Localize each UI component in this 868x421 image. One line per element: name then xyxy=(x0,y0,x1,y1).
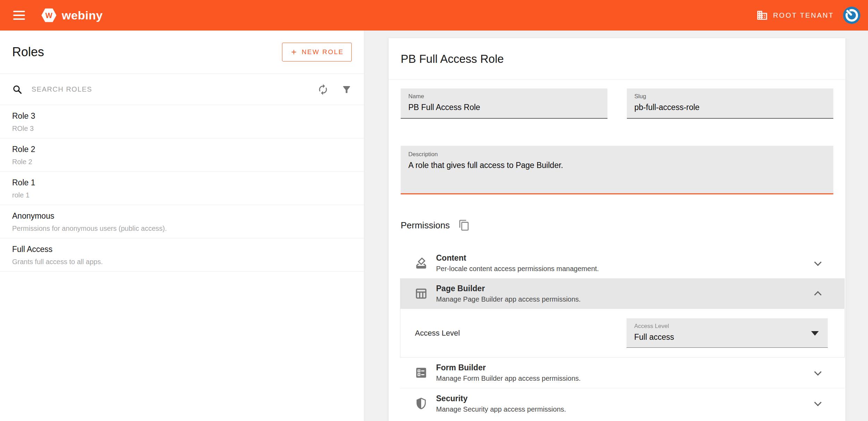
role-name: Anonymous xyxy=(12,211,352,221)
chevron-down-icon[interactable] xyxy=(814,259,822,266)
refresh-icon xyxy=(317,84,329,95)
hamburger-menu-icon[interactable] xyxy=(13,11,25,20)
accordion-description: Manage Form Builder app access permissio… xyxy=(436,374,581,382)
top-app-bar: W webiny ROOT TENANT xyxy=(0,0,868,31)
role-list-item-role1[interactable]: Role 1 role 1 xyxy=(0,172,364,205)
svg-text:W: W xyxy=(45,11,53,20)
description-field-value: A role that gives full access to Page Bu… xyxy=(408,161,826,170)
role-description: Role 2 xyxy=(12,158,352,166)
accordion-description: Manage Page Builder app access permissio… xyxy=(436,295,581,303)
access-level-select-value: Full access xyxy=(634,332,820,342)
tenant-selector[interactable]: ROOT TENANT xyxy=(756,9,834,21)
accordion-description: Manage Security app access permissions. xyxy=(436,405,566,413)
name-field[interactable]: Name PB Full Access Role xyxy=(401,89,607,119)
chevron-down-icon[interactable] xyxy=(814,399,822,406)
accordion-row-page-builder[interactable]: Page Builder Manage Page Builder app acc… xyxy=(400,278,845,309)
webiny-security-roles-screen: W webiny ROOT TENANT xyxy=(0,0,868,421)
accordion-description: Per-locale content access permissions ma… xyxy=(436,265,599,273)
building-icon xyxy=(756,9,768,21)
slug-field-value: pb-full-access-role xyxy=(635,103,826,112)
accordion-row-form-builder[interactable]: Form Builder Manage Form Builder app acc… xyxy=(400,357,845,388)
role-list-item-role2[interactable]: Role 2 Role 2 xyxy=(0,138,364,172)
gravatar-icon xyxy=(843,7,860,24)
copy-permissions-button[interactable] xyxy=(458,219,470,231)
page-builder-permissions-panel: Access Level Access Level Full access xyxy=(400,309,845,357)
role-name: Role 2 xyxy=(12,145,352,154)
role-list-item-full-access[interactable]: Full Access Grants full access to all ap… xyxy=(0,238,364,272)
accordion-row-content[interactable]: Content Per-locale content access permis… xyxy=(400,248,845,278)
avatar[interactable] xyxy=(843,7,860,24)
permissions-heading: Permissions xyxy=(401,220,450,231)
role-name: Role 3 xyxy=(12,111,352,121)
shield-icon xyxy=(415,397,428,410)
refresh-button[interactable] xyxy=(317,84,329,95)
role-description: Permissions for anonymous users (public … xyxy=(12,225,352,233)
role-list: Role 3 ROle 3 Role 2 Role 2 Role 1 role … xyxy=(0,105,364,272)
webiny-logo[interactable]: W webiny xyxy=(41,8,103,23)
role-description: ROle 3 xyxy=(12,125,352,133)
copy-icon xyxy=(458,219,470,231)
search-bar xyxy=(0,74,364,105)
accordion-title: Page Builder xyxy=(436,284,581,293)
search-input[interactable] xyxy=(32,85,308,93)
accordion-title: Content xyxy=(436,253,599,263)
filter-button[interactable] xyxy=(341,84,352,95)
permissions-accordion: Content Per-locale content access permis… xyxy=(400,248,845,419)
role-list-item-role3[interactable]: Role 3 ROle 3 xyxy=(0,105,364,138)
access-level-row-label: Access Level xyxy=(415,329,460,338)
role-name: Role 1 xyxy=(12,178,352,187)
slug-field-label: Slug xyxy=(635,93,826,100)
role-description: role 1 xyxy=(12,191,352,199)
role-list-item-anonymous[interactable]: Anonymous Permissions for anonymous user… xyxy=(0,205,364,238)
search-icon xyxy=(12,84,23,95)
role-name: Full Access xyxy=(12,245,352,254)
slug-field[interactable]: Slug pb-full-access-role xyxy=(627,89,834,119)
chevron-down-icon[interactable] xyxy=(814,368,822,376)
description-field[interactable]: Description A role that gives full acces… xyxy=(401,146,833,194)
plus-icon xyxy=(290,48,298,56)
roles-list-panel: Roles NEW ROLE xyxy=(0,31,364,421)
accordion-row-security[interactable]: Security Manage Security app access perm… xyxy=(400,388,845,419)
access-level-select[interactable]: Access Level Full access xyxy=(627,318,828,348)
accordion-title: Security xyxy=(436,394,566,403)
form-list-icon xyxy=(415,366,428,379)
page-title: Roles xyxy=(12,45,44,59)
chevron-up-icon[interactable] xyxy=(814,291,822,298)
filter-icon xyxy=(341,84,352,95)
new-role-button[interactable]: NEW ROLE xyxy=(282,43,352,61)
name-field-label: Name xyxy=(408,93,600,100)
access-level-select-label: Access Level xyxy=(634,323,820,330)
ballot-box-icon xyxy=(415,256,428,270)
role-detail-card: PB Full Access Role Name PB Full Access … xyxy=(389,38,845,421)
role-detail-title: PB Full Access Role xyxy=(401,52,504,66)
accordion-title: Form Builder xyxy=(436,363,581,372)
dropdown-arrow-icon xyxy=(811,331,819,336)
tenant-label: ROOT TENANT xyxy=(773,11,834,19)
layout-grid-icon xyxy=(415,287,428,300)
description-field-label: Description xyxy=(408,151,826,158)
brand-wordmark: webiny xyxy=(62,9,103,22)
role-description: Grants full access to all apps. xyxy=(12,258,352,266)
name-field-value: PB Full Access Role xyxy=(408,103,600,112)
webiny-hexagon-icon: W xyxy=(41,8,57,23)
